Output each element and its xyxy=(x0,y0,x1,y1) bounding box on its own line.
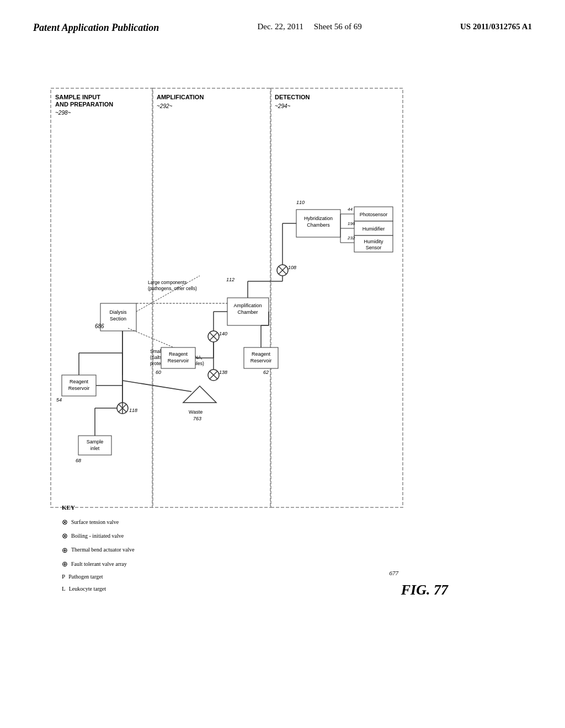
publication-date: Dec. 22, 2011 xyxy=(257,22,303,31)
svg-text:AND PREPARATION: AND PREPARATION xyxy=(55,101,113,108)
diagram-wrapper: SAMPLE INPUT AND PREPARATION ~298~ AMPLI… xyxy=(45,83,520,607)
svg-text:108: 108 xyxy=(288,265,296,270)
figure-ref-number: 677 xyxy=(390,570,399,576)
svg-text:60: 60 xyxy=(156,370,161,375)
svg-text:68: 68 xyxy=(76,458,81,463)
sheet-info: Sheet 56 of 69 xyxy=(314,22,362,31)
svg-text:62: 62 xyxy=(263,370,269,375)
svg-text:763: 763 xyxy=(193,416,201,421)
svg-text:Chambers: Chambers xyxy=(307,222,330,228)
page-header: Patent Application Publication Dec. 22, … xyxy=(0,22,565,34)
svg-text:Reservoir: Reservoir xyxy=(168,358,189,363)
key-text-5: Pathogen target xyxy=(68,572,103,582)
key-text-4: Fault tolerant valve array xyxy=(71,559,127,569)
svg-line-45 xyxy=(122,381,191,392)
key-item-3: ⊕ Thermal bend actuator valve xyxy=(62,544,135,556)
svg-text:Sensor: Sensor xyxy=(366,245,382,250)
key-area: KEY ⊗ Surface tension valve ⊗ Boiling - … xyxy=(62,502,135,596)
publication-title: Patent Application Publication xyxy=(33,22,159,34)
svg-text:Photosensor: Photosensor xyxy=(360,212,388,217)
svg-text:54: 54 xyxy=(56,397,62,403)
svg-text:Amplification: Amplification xyxy=(233,303,262,308)
svg-text:Waste: Waste xyxy=(189,409,202,415)
svg-text:Large components: Large components xyxy=(148,280,186,285)
svg-text:Chamber: Chamber xyxy=(237,309,258,315)
svg-text:~294~: ~294~ xyxy=(275,103,291,109)
figure-container: SAMPLE INPUT AND PREPARATION ~298~ AMPLI… xyxy=(44,83,521,673)
patent-number: US 2011/0312765 A1 xyxy=(460,22,532,31)
key-text-6: Leukocyte target xyxy=(69,584,106,594)
key-item-1: ⊗ Surface tension valve xyxy=(62,516,135,528)
svg-text:Dialysis: Dialysis xyxy=(109,309,127,315)
svg-text:AMPLIFICATION: AMPLIFICATION xyxy=(157,94,204,100)
svg-text:Section: Section xyxy=(110,316,126,322)
svg-text:Humidifier: Humidifier xyxy=(363,226,385,232)
svg-text:~292~: ~292~ xyxy=(157,103,173,109)
key-item-4: ⊕ Fault tolerant valve array xyxy=(62,558,135,570)
key-item-6: L Leukocyte target xyxy=(62,584,135,595)
svg-text:140: 140 xyxy=(219,331,227,336)
key-text-2: Boiling - initiated valve xyxy=(71,531,124,541)
svg-text:686: 686 xyxy=(95,323,104,329)
key-item-5: P Pathogen target xyxy=(62,571,135,582)
svg-text:SAMPLE INPUT: SAMPLE INPUT xyxy=(55,94,100,100)
svg-text:138: 138 xyxy=(219,370,227,375)
svg-text:(pathogens, other cells): (pathogens, other cells) xyxy=(148,286,197,291)
svg-text:DETECTION: DETECTION xyxy=(275,94,310,100)
svg-text:Reservoir: Reservoir xyxy=(68,386,90,391)
svg-text:inlet: inlet xyxy=(90,446,100,451)
header-center: Dec. 22, 2011 Sheet 56 of 69 xyxy=(257,22,361,31)
key-symbol-3: ⊕ xyxy=(62,544,68,556)
svg-marker-41 xyxy=(183,386,216,403)
key-item-2: ⊗ Boiling - initiated valve xyxy=(62,529,135,542)
key-symbol-6: L xyxy=(62,584,66,595)
svg-text:~298~: ~298~ xyxy=(55,110,71,116)
svg-text:Reagent: Reagent xyxy=(70,379,89,384)
svg-text:44: 44 xyxy=(348,207,353,212)
svg-text:Reservoir: Reservoir xyxy=(250,358,272,363)
key-symbol-1: ⊗ xyxy=(62,516,68,528)
key-symbol-5: P xyxy=(62,571,65,582)
svg-text:112: 112 xyxy=(226,277,234,282)
key-text-1: Surface tension valve xyxy=(71,517,119,527)
svg-rect-2 xyxy=(270,88,403,507)
svg-text:196: 196 xyxy=(348,221,355,226)
svg-text:118: 118 xyxy=(129,408,137,413)
svg-text:Reagent: Reagent xyxy=(252,351,271,357)
key-title: KEY xyxy=(62,502,135,513)
svg-text:232: 232 xyxy=(347,235,355,240)
svg-text:Reagent: Reagent xyxy=(169,351,188,357)
svg-text:110: 110 xyxy=(296,200,305,205)
diagram-svg: SAMPLE INPUT AND PREPARATION ~298~ AMPLI… xyxy=(45,83,431,535)
key-symbol-2: ⊗ xyxy=(62,529,68,542)
key-symbol-4: ⊕ xyxy=(62,558,68,570)
figure-label: FIG. 77 xyxy=(401,582,448,598)
key-text-3: Thermal bend actuator valve xyxy=(71,545,135,555)
svg-text:Sample: Sample xyxy=(87,439,104,445)
svg-text:Hybridization: Hybridization xyxy=(304,216,333,221)
svg-text:Humidity: Humidity xyxy=(364,239,383,244)
